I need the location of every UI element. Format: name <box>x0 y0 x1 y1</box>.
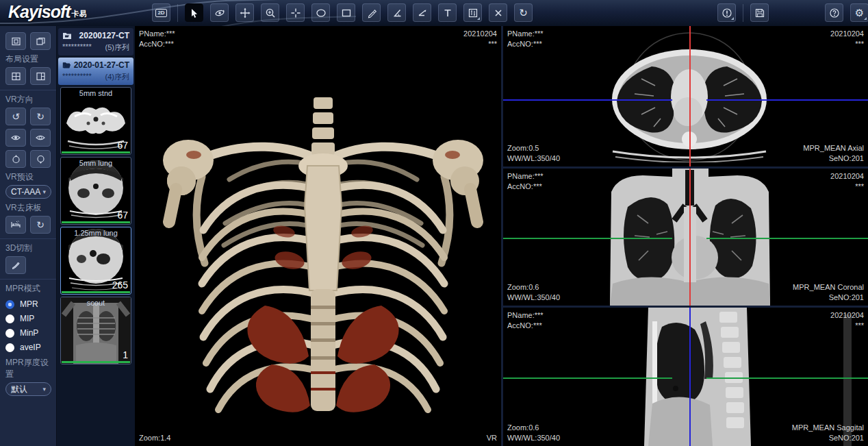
axial-wwwl: WW/WL:350/40 <box>507 153 560 164</box>
coronal-series-overlay: MPR_MEAN Coronal SeNO:201 <box>793 282 864 303</box>
sagittal-acc-masked: *** <box>830 321 864 331</box>
vr-accno: AccNO:*** <box>139 39 175 49</box>
coronal-zoom-overlay: Zoom:0.6 WW/WL:350/40 <box>507 282 560 303</box>
locate-tool-button[interactable] <box>286 3 305 22</box>
remove-bed-button[interactable] <box>5 216 26 234</box>
pan-move-icon <box>240 8 251 18</box>
sagittal-zoom: Zoom:0.6 <box>507 423 560 433</box>
mpr-mode-radio-mpr[interactable]: MPR <box>5 299 51 309</box>
sagittal-crosshair-horizontal-green-left[interactable] <box>503 377 672 379</box>
scout-xray-thumbnail <box>61 297 131 364</box>
report-panel-toggle-button[interactable] <box>5 32 26 50</box>
vr-preset-select[interactable]: CT-AAA ▾ <box>5 185 51 199</box>
ellipse-roi-button[interactable] <box>311 3 330 22</box>
zoom-tool-button[interactable] <box>261 3 279 22</box>
pan-tool-button[interactable] <box>235 3 254 22</box>
coronal-zoom: Zoom:0.6 <box>507 282 560 293</box>
mpr-thickness-label: MPR厚度设置 <box>5 357 51 380</box>
axial-label: MPR_MEAN Axial <box>803 143 864 153</box>
radio-unselected-icon <box>5 343 14 352</box>
series-thumbnail-1-25mm-lung[interactable]: 1.25mm lung 265 <box>60 227 131 295</box>
axial-crosshair-horizontal-blue-left[interactable] <box>503 99 672 101</box>
delete-annotation-button[interactable] <box>489 3 507 22</box>
text-annotation-button[interactable] <box>438 3 457 22</box>
vr-preset-label: VR预设 <box>5 171 51 183</box>
radio-unselected-icon <box>5 329 14 338</box>
mpr-mode-radio-minp[interactable]: MinP <box>5 328 51 338</box>
angle-tool-button[interactable] <box>387 3 406 22</box>
vr-rotate-down-button[interactable] <box>30 150 51 168</box>
radio-unselected-icon <box>5 314 14 323</box>
restore-bed-button[interactable]: ↻ <box>30 216 51 234</box>
rectangle-roi-button[interactable] <box>337 3 355 22</box>
ellipse-icon <box>316 8 327 18</box>
settings-button[interactable]: ⚙ <box>850 3 868 22</box>
axial-patient-overlay: PName:*** AccNO:*** <box>507 29 544 49</box>
cursor-tool-button[interactable] <box>185 3 203 22</box>
thumbnail-progress-bar <box>62 291 130 293</box>
mpr-mode-radio-mip[interactable]: MIP <box>5 314 51 323</box>
help-button[interactable] <box>825 3 843 22</box>
axial-date: 20210204 <box>830 29 864 39</box>
study-item-1[interactable]: 20200127-CT ********** (5)序列 <box>58 28 133 55</box>
thumbnail-label: scout <box>61 299 131 307</box>
coronal-date: 20210204 <box>830 171 864 182</box>
study-title: 2020-01-27-CT <box>74 60 129 70</box>
mpr-axial-viewport[interactable]: PName:*** AccNO:*** 20210204 *** Zoom:0.… <box>503 26 868 166</box>
vr-viewport[interactable]: PName:*** AccNO:*** 20210204 *** Zoom:1.… <box>135 26 501 446</box>
scalpel-cut-button[interactable] <box>5 256 26 274</box>
coronal-seno: SeNO:201 <box>793 293 864 303</box>
vr-preset-value: CT-AAA <box>11 187 40 197</box>
2d-viewer-button[interactable]: 2D <box>152 3 170 22</box>
thumbnail-image-count: 67 <box>117 140 128 151</box>
card-switch-icon <box>36 36 46 47</box>
series-thumbnail-scout[interactable]: scout 1 <box>60 297 131 364</box>
report-info-button[interactable] <box>717 3 736 22</box>
reset-icon: ↻ <box>519 8 528 18</box>
coronal-wwwl: WW/WL:350/40 <box>507 293 560 303</box>
reset-view-button[interactable]: ↻ <box>514 3 533 22</box>
study-patient-masked: ********** <box>62 72 92 82</box>
vr-rotate-right-button[interactable]: ↻ <box>30 108 51 125</box>
eye-front-icon <box>10 133 21 143</box>
vr-view-back-button[interactable] <box>30 129 51 147</box>
cobb-angle-tool-button[interactable] <box>413 3 431 22</box>
rectangle-icon <box>341 8 352 18</box>
vr-rotate-left-button[interactable]: ↺ <box>5 108 26 125</box>
mpr-sagittal-viewport[interactable]: PName:*** AccNO:*** 20210204 *** Zoom:0.… <box>503 308 868 446</box>
mpr-coronal-viewport[interactable]: PName:*** AccNO:*** 20210204 *** Zoom:0.… <box>503 169 868 306</box>
toolbar-separator <box>743 4 743 22</box>
series-thumbnail-5mm-stnd[interactable]: 5mm stnd 67 <box>60 87 131 155</box>
rotate-3d-tool-button[interactable] <box>210 3 229 22</box>
vr-view-front-button[interactable] <box>5 129 26 147</box>
coronal-crosshair-horizontal-green-right[interactable] <box>706 238 868 239</box>
vr-rotate-up-button[interactable] <box>5 150 26 168</box>
mpr-thickness-select[interactable]: 默认 ▾ <box>5 382 51 396</box>
sagittal-crosshair-horizontal-green-right[interactable] <box>706 377 868 379</box>
brand-name: Kayisoft <box>8 2 71 21</box>
layout-1-plus-2-button[interactable] <box>30 67 51 85</box>
brand-suffix: 卡易 <box>72 10 87 18</box>
axial-crosshair-vertical-red[interactable] <box>689 26 691 166</box>
sagittal-crosshair-vertical-blue[interactable] <box>689 308 691 446</box>
save-image-button[interactable] <box>750 3 769 22</box>
coronal-crosshair-horizontal-green-left[interactable] <box>503 238 672 239</box>
window-level-button[interactable] <box>463 3 482 22</box>
thumbnail-label: 1.25mm lung <box>61 229 131 237</box>
radio-label: MPR <box>20 299 38 309</box>
axial-seno: SeNO:201 <box>803 153 864 164</box>
series-thumbnail-5mm-lung[interactable]: 5mm lung 67 <box>60 157 131 225</box>
axial-pname: PName:*** <box>507 29 544 39</box>
gear-icon: ⚙ <box>855 8 864 18</box>
coronal-crosshair-vertical-red[interactable] <box>689 169 691 306</box>
scalpel-icon <box>11 260 21 271</box>
layout-grid-2x2-button[interactable] <box>5 67 26 85</box>
sagittal-study-overlay: 20210204 *** <box>830 310 864 331</box>
measure-tool-button[interactable] <box>362 3 381 22</box>
film-layout-toggle-button[interactable] <box>30 32 51 50</box>
vr-3d-ribcage-rendering <box>162 88 484 430</box>
thumbnail-image-count: 265 <box>112 280 128 290</box>
mpr-mode-radio-aveip[interactable]: aveIP <box>5 343 51 352</box>
study-item-2-selected[interactable]: 2020-01-27-CT ********** (4)序列 <box>58 58 133 85</box>
axial-crosshair-horizontal-blue-right[interactable] <box>706 99 868 101</box>
